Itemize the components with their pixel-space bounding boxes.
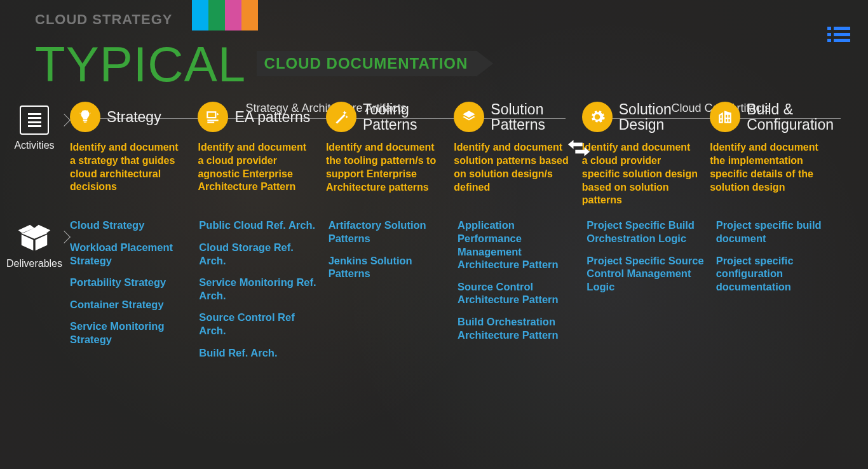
list-item: Build Ref. Arch. <box>199 346 316 360</box>
building-icon <box>710 102 740 132</box>
deliv-solpatterns: Application Performance Management Archi… <box>458 219 578 368</box>
list-item: Project specific configuration documenta… <box>716 254 834 294</box>
col-solution-patterns: Solution Patterns Identify and document … <box>454 102 573 207</box>
list-item: Project Specific Build Orchestration Log… <box>587 219 704 245</box>
row-label-deliverables: Deliverables <box>0 219 64 269</box>
list-item: Source Control Ref Arch. <box>199 311 316 337</box>
desc-strategy: Identify and document a strategy that gu… <box>70 141 186 194</box>
col-title-ea: EA patterns <box>234 109 310 125</box>
col-build-config: Build & Configuration Identify and docum… <box>710 102 836 207</box>
list-item: Application Performance Management Archi… <box>458 219 575 271</box>
col-solution-design: Solution Design Identify and document a … <box>582 102 701 207</box>
col-title-soldesign: Solution Design <box>619 102 698 132</box>
wand-icon <box>326 102 356 132</box>
page-title: TYPICAL CLOUD DOCUMENTATION <box>35 31 868 78</box>
list-item: Source Control Architecture Pattern <box>458 280 575 306</box>
blueprint-icon <box>198 102 228 132</box>
list-icon <box>20 105 49 135</box>
list-item: Service Monitoring Ref. Arch. <box>199 276 316 302</box>
col-title-tooling: Tooling Patterns <box>363 102 442 132</box>
desc-soldesign: Identify and document a cloud provider s… <box>582 141 698 207</box>
desc-ea: Identify and document a cloud provider a… <box>198 141 314 194</box>
col-ea-patterns: EA patterns Identify and document a clou… <box>198 102 316 207</box>
desc-tooling: Identify and document the tooling patter… <box>326 141 442 194</box>
list-item: Cloud Strategy <box>70 219 187 232</box>
list-item: Container Strategy <box>70 298 187 311</box>
deliv-strategy: Cloud Strategy Workload Placement Strate… <box>70 219 190 368</box>
list-item: Portability Strategy <box>70 276 187 289</box>
desc-solpatterns: Identify and document solution patterns … <box>454 141 570 194</box>
lightbulb-head-icon <box>70 102 100 132</box>
color-strip <box>192 0 258 31</box>
list-item: Cloud Storage Ref. Arch. <box>199 241 316 267</box>
open-box-icon <box>17 222 51 253</box>
deliverables-label: Deliverables <box>6 258 62 269</box>
swap-arrows-icon <box>568 139 590 158</box>
col-title-strategy: Strategy <box>107 109 161 125</box>
list-item: Artifactory Solution Patterns <box>329 219 446 245</box>
list-item: Jenkins Solution Patterns <box>329 254 446 280</box>
list-item: Build Orchestration Architecture Pattern <box>458 315 575 341</box>
col-strategy: Strategy Identify and document a strateg… <box>70 102 189 207</box>
list-item: Project specific build document <box>716 219 834 245</box>
deliv-soldesign: Project Specific Build Orchestration Log… <box>587 219 707 368</box>
col-title-solpatterns: Solution Patterns <box>491 102 570 132</box>
deliv-tooling: Artifactory Solution Patterns Jenkins So… <box>329 219 449 368</box>
list-item: Workload Placement Strategy <box>70 241 187 267</box>
layers-icon <box>454 102 484 132</box>
gear-head-icon <box>582 102 613 132</box>
title-main: TYPICAL <box>35 42 246 86</box>
activities-label: Activities <box>14 140 54 151</box>
col-title-build: Build & Configuration <box>747 102 834 132</box>
list-item: Public Cloud Ref. Arch. <box>199 219 316 232</box>
deliv-ea: Public Cloud Ref. Arch. Cloud Storage Re… <box>199 219 319 368</box>
list-item: Service Monitoring Strategy <box>70 320 187 346</box>
deliv-build: Project specific build document Project … <box>716 219 836 368</box>
col-tooling: Tooling Patterns Identify and document t… <box>326 102 445 207</box>
top-bar: CLOUD STRATEGY <box>0 0 868 31</box>
row-label-activities: Activities <box>0 102 64 151</box>
title-subtitle: CLOUD DOCUMENTATION <box>257 51 494 76</box>
list-item: Project Specific Source Control Manageme… <box>587 254 704 294</box>
desc-build: Identify and document the implementation… <box>710 141 834 194</box>
breadcrumb: CLOUD STRATEGY <box>35 11 172 28</box>
